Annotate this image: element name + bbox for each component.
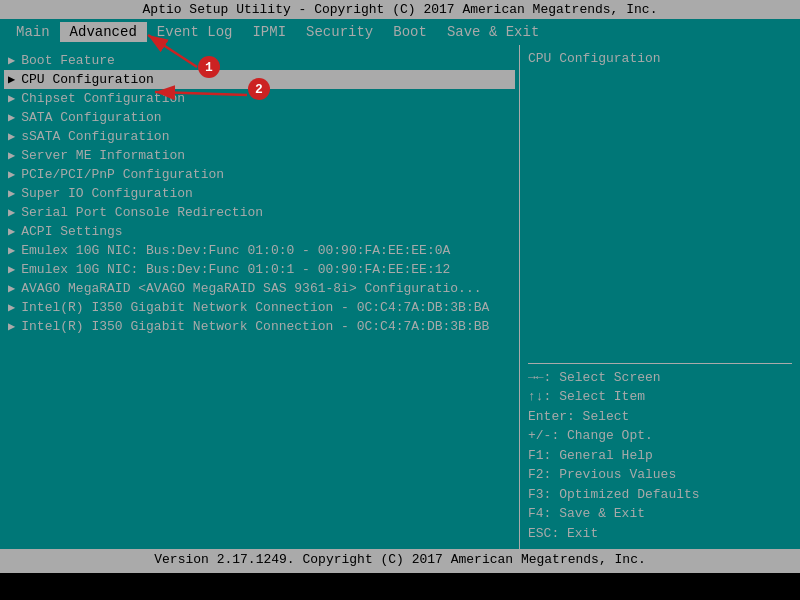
title-bar: Aptio Setup Utility - Copyright (C) 2017… (0, 0, 800, 19)
title-text: Aptio Setup Utility - Copyright (C) 2017… (143, 2, 658, 17)
help-line: ESC: Exit (528, 524, 792, 544)
entry-arrow-icon: ▶ (8, 72, 15, 87)
entry-label: Super IO Configuration (21, 186, 193, 201)
entry-label: Server ME Information (21, 148, 185, 163)
menu-item-event-log[interactable]: Event Log (147, 22, 243, 42)
entry-label: Intel(R) I350 Gigabit Network Connection… (21, 319, 489, 334)
entry-arrow-icon: ▶ (8, 300, 15, 315)
entry-arrow-icon: ▶ (8, 243, 15, 258)
left-panel-entry[interactable]: ▶Intel(R) I350 Gigabit Network Connectio… (4, 298, 515, 317)
help-line: F1: General Help (528, 446, 792, 466)
entry-label: Chipset Configuration (21, 91, 185, 106)
left-panel-entry[interactable]: ▶Emulex 10G NIC: Bus:Dev:Func 01:0:0 - 0… (4, 241, 515, 260)
menu-item-ipmi[interactable]: IPMI (242, 22, 296, 42)
entry-arrow-icon: ▶ (8, 129, 15, 144)
entry-arrow-icon: ▶ (8, 186, 15, 201)
help-line: →←: Select Screen (528, 368, 792, 388)
help-line: F2: Previous Values (528, 465, 792, 485)
right-panel: CPU Configuration →←: Select Screen↑↓: S… (520, 45, 800, 549)
annotation-1: 1 (198, 56, 220, 78)
left-panel-entry[interactable]: ▶PCIe/PCI/PnP Configuration (4, 165, 515, 184)
menu-item-boot[interactable]: Boot (383, 22, 437, 42)
entry-label: AVAGO MegaRAID <AVAGO MegaRAID SAS 9361-… (21, 281, 481, 296)
status-bar: Version 2.17.1249. Copyright (C) 2017 Am… (0, 549, 800, 573)
left-panel-entry[interactable]: ▶ACPI Settings (4, 222, 515, 241)
entry-arrow-icon: ▶ (8, 262, 15, 277)
menu-item-security[interactable]: Security (296, 22, 383, 42)
left-panel-entry[interactable]: ▶Super IO Configuration (4, 184, 515, 203)
entry-label: Serial Port Console Redirection (21, 205, 263, 220)
entry-label: Emulex 10G NIC: Bus:Dev:Func 01:0:0 - 00… (21, 243, 450, 258)
entry-label: Intel(R) I350 Gigabit Network Connection… (21, 300, 489, 315)
entry-label: ACPI Settings (21, 224, 122, 239)
entry-arrow-icon: ▶ (8, 148, 15, 163)
menu-item-save--exit[interactable]: Save & Exit (437, 22, 549, 42)
left-panel-entry[interactable]: ▶Intel(R) I350 Gigabit Network Connectio… (4, 317, 515, 336)
help-text: →←: Select Screen↑↓: Select ItemEnter: S… (528, 368, 792, 544)
entry-label: PCIe/PCI/PnP Configuration (21, 167, 224, 182)
left-panel: ▶Boot Feature▶CPU Configuration▶Chipset … (0, 45, 520, 549)
left-panel-entry[interactable]: ▶Serial Port Console Redirection (4, 203, 515, 222)
entry-arrow-icon: ▶ (8, 224, 15, 239)
menu-bar: MainAdvancedEvent LogIPMISecurityBootSav… (0, 19, 800, 45)
menu-item-main[interactable]: Main (6, 22, 60, 42)
right-divider (528, 363, 792, 364)
entry-arrow-icon: ▶ (8, 205, 15, 220)
description-label: CPU Configuration (528, 51, 792, 66)
entry-arrow-icon: ▶ (8, 53, 15, 68)
entry-label: Emulex 10G NIC: Bus:Dev:Func 01:0:1 - 00… (21, 262, 450, 277)
main-content: ▶Boot Feature▶CPU Configuration▶Chipset … (0, 45, 800, 549)
entry-label: sSATA Configuration (21, 129, 169, 144)
entry-label: Boot Feature (21, 53, 115, 68)
help-line: +/-: Change Opt. (528, 426, 792, 446)
menu-item-advanced[interactable]: Advanced (60, 22, 147, 42)
entry-label: CPU Configuration (21, 72, 154, 87)
help-line: F3: Optimized Defaults (528, 485, 792, 505)
entry-arrow-icon: ▶ (8, 91, 15, 106)
entry-label: SATA Configuration (21, 110, 161, 125)
left-panel-entry[interactable]: ▶Boot Feature (4, 51, 515, 70)
left-panel-entry[interactable]: ▶SATA Configuration (4, 108, 515, 127)
entry-arrow-icon: ▶ (8, 167, 15, 182)
left-panel-entry[interactable]: ▶sSATA Configuration (4, 127, 515, 146)
left-panel-entry[interactable]: ▶AVAGO MegaRAID <AVAGO MegaRAID SAS 9361… (4, 279, 515, 298)
entry-arrow-icon: ▶ (8, 319, 15, 334)
help-line: F4: Save & Exit (528, 504, 792, 524)
help-line: Enter: Select (528, 407, 792, 427)
left-panel-entry[interactable]: ▶Emulex 10G NIC: Bus:Dev:Func 01:0:1 - 0… (4, 260, 515, 279)
annotation-2: 2 (248, 78, 270, 100)
left-panel-entry[interactable]: ▶Server ME Information (4, 146, 515, 165)
entry-arrow-icon: ▶ (8, 281, 15, 296)
entry-arrow-icon: ▶ (8, 110, 15, 125)
status-text: Version 2.17.1249. Copyright (C) 2017 Am… (154, 552, 645, 567)
help-line: ↑↓: Select Item (528, 387, 792, 407)
